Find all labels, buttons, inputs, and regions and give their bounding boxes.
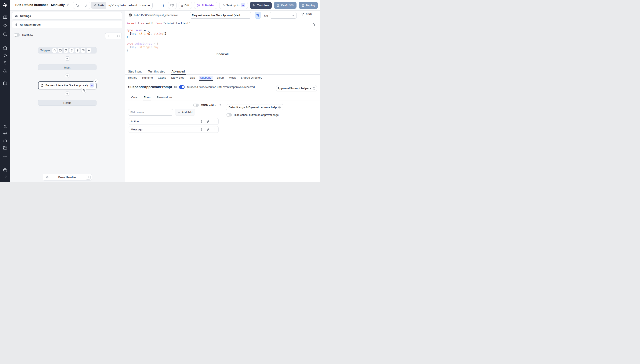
drag-handle-icon[interactable] bbox=[213, 128, 216, 131]
kafka-trigger-icon[interactable] bbox=[75, 48, 80, 53]
suspend-indicator-button[interactable] bbox=[255, 12, 261, 18]
poll-trigger-icon[interactable] bbox=[86, 48, 91, 53]
dataflow-row: Dataflow bbox=[14, 33, 33, 36]
subtab-suspend[interactable]: Suspend bbox=[200, 74, 211, 81]
copy-code-icon[interactable] bbox=[312, 23, 315, 26]
input-node[interactable]: Input bbox=[38, 64, 97, 70]
workspace-icon[interactable] bbox=[3, 15, 8, 20]
collapse-arrow-icon[interactable] bbox=[3, 174, 8, 179]
draft-button[interactable]: Draft⌘S bbox=[274, 2, 297, 9]
variables-icon[interactable] bbox=[3, 61, 8, 65]
add-step-button[interactable] bbox=[65, 74, 69, 78]
runs-icon[interactable] bbox=[3, 53, 8, 58]
websocket-trigger-icon[interactable] bbox=[69, 48, 74, 53]
suspend-phone-badge[interactable] bbox=[81, 88, 86, 93]
info-icon[interactable] bbox=[219, 104, 221, 106]
form-field-row[interactable]: Message bbox=[128, 126, 219, 133]
subtab-early-stop[interactable]: Early Stop bbox=[171, 74, 184, 81]
code-line: [key: string]: string[] bbox=[127, 32, 166, 35]
path-label[interactable]: Path bbox=[91, 2, 106, 9]
hub-path[interactable]: hub/11500/slack/request_interactive... bbox=[129, 13, 180, 17]
tab-step-input[interactable]: Step Input bbox=[128, 68, 142, 74]
add-menu-icon[interactable] bbox=[3, 88, 8, 92]
delete-field-icon[interactable] bbox=[200, 128, 203, 131]
subtab-cache[interactable]: Cache bbox=[158, 74, 166, 81]
default-args-help-button[interactable]: Default args & Dynamic enums help bbox=[226, 104, 283, 110]
tab-core[interactable]: Core bbox=[131, 94, 137, 100]
remove-step-button[interactable] bbox=[93, 79, 98, 84]
step-header: hub/11500/slack/request_interactive... t… bbox=[125, 10, 320, 20]
add-field-button[interactable]: Add field bbox=[175, 109, 195, 116]
play-icon bbox=[222, 4, 225, 7]
fork-button[interactable]: Fork bbox=[301, 12, 312, 16]
folders-icon[interactable] bbox=[3, 146, 8, 150]
route-trigger-icon[interactable] bbox=[64, 48, 68, 53]
ai-robot-icon[interactable] bbox=[3, 138, 8, 143]
webhook-trigger-icon[interactable] bbox=[52, 48, 57, 53]
flow-settings-button[interactable]: Settings bbox=[12, 12, 122, 20]
info-icon[interactable] bbox=[174, 86, 177, 88]
code-editor[interactable]: import * as wmill from "windmill-client"… bbox=[125, 20, 320, 52]
subtab-shared-directory[interactable]: Shared Directory bbox=[241, 74, 262, 81]
form-field-row[interactable]: Action bbox=[128, 118, 219, 125]
triggers-node[interactable]: Triggers bbox=[38, 47, 97, 54]
edit-title-icon[interactable] bbox=[67, 3, 70, 6]
edit-field-icon[interactable] bbox=[206, 128, 209, 131]
subtab-runtime[interactable]: Runtime bbox=[142, 74, 153, 81]
docs-book-button[interactable] bbox=[168, 2, 176, 9]
subtab-mock[interactable]: Mock bbox=[229, 74, 236, 81]
suspend-enabled-toggle[interactable] bbox=[179, 86, 185, 89]
home-icon[interactable] bbox=[3, 46, 8, 50]
play-icon bbox=[253, 4, 256, 7]
redo-button[interactable] bbox=[82, 2, 90, 9]
subtab-skip[interactable]: Skip bbox=[189, 74, 195, 81]
approval-step-node[interactable]: Request Interactive Slack Approval (... … bbox=[38, 82, 97, 90]
help-icon[interactable] bbox=[3, 168, 8, 172]
resources-icon[interactable] bbox=[3, 68, 8, 73]
tab-test-this-step[interactable]: Test this step bbox=[148, 68, 165, 74]
step-summary-input[interactable] bbox=[190, 12, 251, 18]
add-step-button[interactable] bbox=[65, 92, 69, 96]
windmill-logo-icon[interactable] bbox=[3, 3, 8, 8]
test-flow-button[interactable]: Test flow bbox=[250, 2, 272, 9]
tab-permissions[interactable]: Permissions bbox=[157, 94, 172, 100]
user-icon[interactable] bbox=[3, 124, 8, 129]
test-up-to-button[interactable]: Test up toa bbox=[219, 2, 248, 9]
json-editor-toggle[interactable] bbox=[193, 104, 199, 107]
delete-field-icon[interactable] bbox=[200, 120, 203, 123]
settings-gear-icon[interactable] bbox=[3, 131, 8, 136]
dataflow-toggle[interactable] bbox=[14, 33, 20, 36]
schedule-trigger-icon[interactable] bbox=[58, 48, 63, 53]
drag-handle-icon[interactable] bbox=[213, 120, 216, 123]
deploy-button[interactable]: Deploy bbox=[299, 2, 318, 9]
error-handler-node[interactable]: Error Handler bbox=[43, 174, 92, 180]
search-icon[interactable] bbox=[3, 32, 8, 36]
result-node[interactable]: Result bbox=[38, 100, 97, 106]
show-all-button[interactable]: Show all bbox=[125, 52, 320, 56]
email-trigger-icon[interactable] bbox=[81, 48, 86, 53]
more-menu-button[interactable]: ⋮ bbox=[161, 3, 166, 8]
zoom-out-button[interactable] bbox=[112, 34, 115, 38]
add-step-button[interactable] bbox=[65, 56, 69, 61]
hide-cancel-toggle[interactable] bbox=[227, 113, 232, 116]
zoom-fit-button[interactable] bbox=[117, 34, 120, 38]
subtab-retries[interactable]: Retries bbox=[128, 74, 137, 81]
undo-button[interactable] bbox=[73, 2, 82, 9]
schedules-icon[interactable] bbox=[3, 81, 8, 86]
field-name-input[interactable] bbox=[128, 109, 173, 116]
tab-form[interactable]: Form bbox=[144, 94, 150, 100]
favorites-star-icon[interactable] bbox=[3, 23, 8, 28]
zoom-in-button[interactable] bbox=[107, 34, 110, 38]
ai-builder-button[interactable]: AI Builder bbox=[194, 2, 217, 9]
save-icon bbox=[277, 4, 280, 7]
all-static-inputs-button[interactable]: All Static Inputs bbox=[12, 21, 122, 28]
diff-button[interactable]: ±Diff bbox=[179, 2, 192, 9]
approval-helpers-button[interactable]: Approval/Prompt helpers bbox=[276, 85, 317, 91]
path-input[interactable] bbox=[106, 2, 152, 9]
subtab-sleep[interactable]: Sleep bbox=[217, 74, 224, 81]
tag-select[interactable] bbox=[270, 12, 297, 18]
edit-field-icon[interactable] bbox=[206, 120, 209, 123]
tab-advanced[interactable]: Advanced bbox=[172, 68, 185, 74]
audit-logs-icon[interactable] bbox=[3, 153, 8, 158]
add-error-handler-button[interactable] bbox=[86, 175, 91, 180]
